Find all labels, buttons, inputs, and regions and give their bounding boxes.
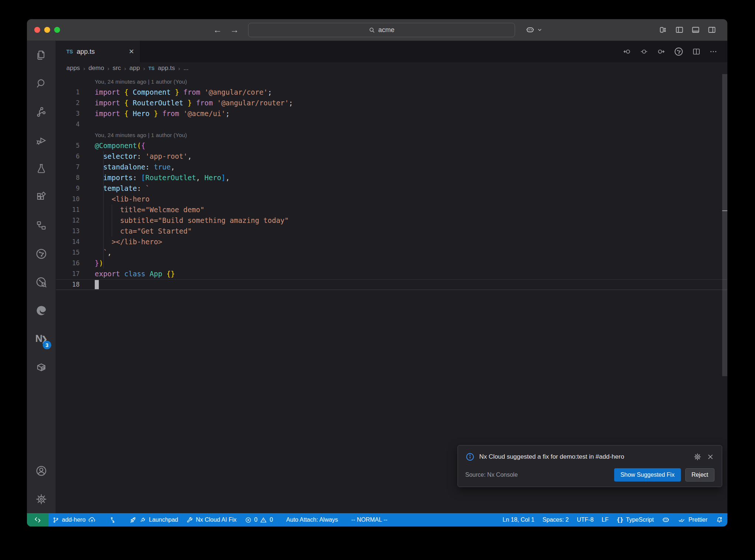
command-center-search[interactable]: acme bbox=[248, 23, 515, 37]
breadcrumb-item[interactable]: demo bbox=[88, 64, 104, 72]
customize-layout-icon[interactable] bbox=[659, 25, 668, 34]
breadcrumb-item[interactable]: src bbox=[112, 64, 121, 72]
git-branch-icon bbox=[52, 517, 59, 524]
breadcrumb-item[interactable]: app bbox=[129, 64, 140, 72]
code-line[interactable]: 18 bbox=[56, 279, 727, 290]
screen: ← → acme bbox=[0, 0, 755, 560]
graph-search-icon[interactable] bbox=[27, 268, 56, 296]
breadcrumb-item[interactable]: apps bbox=[66, 64, 80, 72]
source-control-icon[interactable] bbox=[27, 98, 56, 126]
breadcrumb-item[interactable]: ... bbox=[183, 64, 188, 72]
nav-back-circle-icon[interactable] bbox=[623, 47, 632, 56]
vim-mode-status[interactable]: -- NORMAL -- bbox=[347, 513, 392, 526]
indentation-status[interactable]: Spaces: 2 bbox=[539, 513, 573, 526]
line-number: 17 bbox=[56, 269, 80, 279]
tab-bar: TS app.ts ✕ bbox=[56, 41, 727, 62]
cursor-position-status[interactable]: Ln 18, Col 1 bbox=[498, 513, 538, 526]
auto-attach-status[interactable]: Auto Attach: Always bbox=[282, 513, 342, 526]
problems-status[interactable]: 0 0 bbox=[241, 513, 277, 526]
code-line[interactable]: 17export class App {} bbox=[56, 269, 727, 279]
breadcrumb-item[interactable]: app.ts bbox=[158, 64, 175, 72]
minimize-window-button[interactable] bbox=[44, 27, 50, 33]
blame-annotation: You, 24 minutes ago | 1 author (You) bbox=[56, 130, 727, 140]
close-tab-icon[interactable]: ✕ bbox=[129, 48, 134, 56]
account-icon[interactable] bbox=[27, 456, 56, 485]
code-line[interactable]: 1import { Component } from '@angular/cor… bbox=[56, 87, 727, 98]
code-line[interactable]: 5@Component({ bbox=[56, 140, 727, 151]
code-line[interactable]: 11 title="Welcmoe demo" bbox=[56, 204, 727, 215]
encoding-status[interactable]: UTF-8 bbox=[573, 513, 598, 526]
run-and-debug-icon[interactable] bbox=[27, 126, 56, 154]
line-number: 5 bbox=[56, 140, 80, 151]
copilot-icon[interactable] bbox=[525, 25, 535, 35]
containers-icon[interactable] bbox=[27, 353, 56, 381]
toggle-sidebar-icon[interactable] bbox=[675, 25, 684, 34]
line-number: 14 bbox=[56, 237, 80, 247]
line-number bbox=[56, 130, 80, 140]
extensions-icon[interactable] bbox=[27, 183, 56, 211]
code-line[interactable]: 9 template: ` bbox=[56, 183, 727, 194]
gear-icon[interactable] bbox=[693, 452, 702, 461]
line-number: 10 bbox=[56, 194, 80, 204]
nav-circle-icon[interactable] bbox=[640, 47, 648, 56]
more-actions-icon[interactable] bbox=[709, 47, 718, 56]
tab-app-ts[interactable]: TS app.ts ✕ bbox=[56, 41, 140, 62]
language-mode-status[interactable]: {} TypeScript bbox=[613, 513, 658, 526]
back-arrow-icon[interactable]: ← bbox=[213, 25, 222, 35]
notifications-bell[interactable] bbox=[711, 513, 727, 526]
source-control-graph-status[interactable] bbox=[105, 513, 120, 526]
search-icon[interactable] bbox=[27, 69, 56, 98]
editor-actions bbox=[623, 41, 727, 62]
toggle-panel-icon[interactable] bbox=[691, 25, 700, 34]
testing-icon[interactable] bbox=[27, 154, 56, 183]
toggle-secondary-sidebar-icon[interactable] bbox=[707, 25, 716, 34]
code-line[interactable]: 10 <lib-hero bbox=[56, 194, 727, 204]
code-line[interactable]: 7 standalone: true, bbox=[56, 162, 727, 172]
remote-indicator[interactable] bbox=[27, 513, 48, 526]
git-branch-status[interactable]: add-hero bbox=[48, 513, 100, 526]
code-line[interactable]: 12 subtitle="Build something amazing tod… bbox=[56, 215, 727, 226]
code-line[interactable]: 6 selector: 'app-root', bbox=[56, 151, 727, 162]
code-line[interactable]: 3import { Hero } from '@acme/ui'; bbox=[56, 108, 727, 119]
code-line[interactable]: 16}) bbox=[56, 258, 727, 269]
zoom-window-button[interactable] bbox=[54, 27, 60, 33]
wrench-icon bbox=[186, 517, 193, 524]
scrollbar[interactable] bbox=[722, 74, 727, 376]
copilot-status[interactable] bbox=[658, 513, 674, 526]
code-line[interactable]: 15 `, bbox=[56, 247, 727, 258]
settings-gear-icon[interactable] bbox=[27, 485, 56, 513]
code-line[interactable]: 2import { RouterOutlet } from '@angular/… bbox=[56, 98, 727, 108]
line-number bbox=[56, 76, 80, 87]
code-line[interactable]: 8 imports: [RouterOutlet, Hero], bbox=[56, 172, 727, 183]
reject-button[interactable]: Reject bbox=[685, 468, 714, 482]
close-icon[interactable] bbox=[706, 453, 714, 461]
nx-graph-circle-icon[interactable] bbox=[674, 46, 684, 57]
nx-badge: 3 bbox=[43, 341, 51, 349]
chevron-down-icon[interactable] bbox=[537, 27, 543, 33]
linked-projects-icon[interactable] bbox=[27, 211, 56, 239]
nx-console-icon[interactable]: N❯ 3 bbox=[27, 325, 56, 353]
typescript-file-icon: TS bbox=[66, 49, 73, 55]
forward-arrow-icon[interactable]: → bbox=[230, 25, 239, 35]
notification-source: Source: Nx Console bbox=[465, 472, 614, 478]
code-line[interactable]: 14 ></lib-hero> bbox=[56, 237, 727, 247]
code-line[interactable]: 13 cta="Get Started" bbox=[56, 226, 727, 237]
explorer-icon[interactable] bbox=[27, 41, 56, 69]
eol-status[interactable]: LF bbox=[598, 513, 613, 526]
source-control-graph-icon bbox=[109, 517, 116, 524]
code-editor[interactable]: You, 24 minutes ago | 1 author (You)1imp… bbox=[56, 74, 727, 513]
code-line[interactable]: 4 bbox=[56, 119, 727, 130]
line-number: 2 bbox=[56, 98, 80, 108]
edge-browser-icon[interactable] bbox=[27, 296, 56, 325]
nx-cloud-fix-status[interactable]: Nx Cloud AI Fix bbox=[182, 513, 240, 526]
close-window-button[interactable] bbox=[34, 27, 40, 33]
text-cursor bbox=[95, 280, 99, 289]
line-number: 7 bbox=[56, 162, 80, 172]
show-suggested-fix-button[interactable]: Show Suggested Fix bbox=[614, 468, 681, 482]
launchpad-status[interactable]: Launchpad bbox=[125, 513, 182, 526]
prettier-status[interactable]: Prettier bbox=[674, 513, 711, 526]
split-editor-icon[interactable] bbox=[692, 47, 701, 56]
status-bar: add-hero Launchpad Nx Cloud AI Fix 0 bbox=[27, 513, 727, 526]
nav-forward-circle-icon[interactable] bbox=[657, 47, 665, 56]
project-graph-icon[interactable] bbox=[27, 239, 56, 268]
